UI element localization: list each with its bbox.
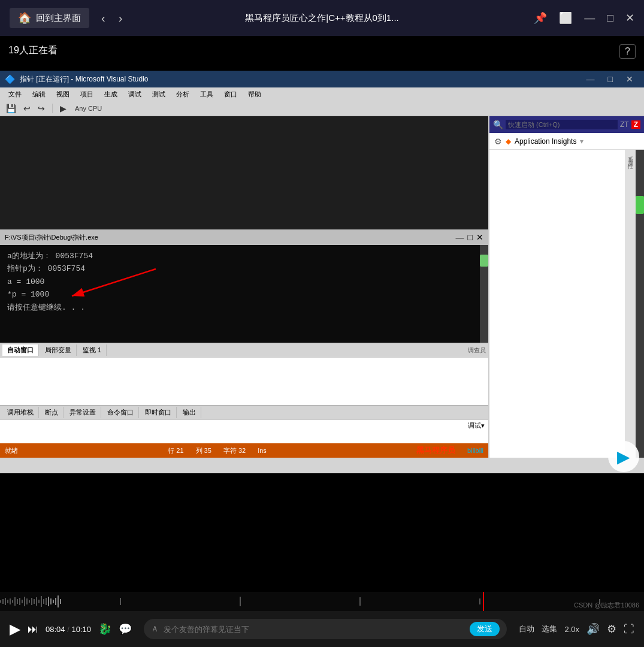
search-icon: 🔍 xyxy=(493,120,503,129)
back-button[interactable]: ‹ xyxy=(96,9,110,28)
red-arrow-indicator xyxy=(54,263,168,311)
selection-label[interactable]: 选集 xyxy=(542,624,557,634)
vs-tb-debug[interactable]: ▶ xyxy=(58,102,69,114)
vs-tb-undo[interactable]: ↩ xyxy=(21,102,33,114)
auto-label[interactable]: 自动 xyxy=(519,624,534,634)
vs-tab-breakpoints[interactable]: 断点 xyxy=(40,407,64,418)
vs-menu-build[interactable]: 生成 xyxy=(99,89,122,100)
console-close-btn[interactable]: ✕ xyxy=(476,232,483,242)
barrage-input-area: Ａ 发送 xyxy=(144,619,507,639)
vs-menu-project[interactable]: 项目 xyxy=(75,89,98,100)
vs-tab-exceptions[interactable]: 异常设置 xyxy=(65,407,101,418)
vs-editor[interactable] xyxy=(0,116,488,229)
minimize-icon[interactable]: — xyxy=(584,12,595,25)
svg-rect-14 xyxy=(29,600,30,603)
insights-chevron[interactable]: ▾ xyxy=(580,137,583,146)
quick-launch-input[interactable] xyxy=(506,120,618,129)
code-line-1: a的地址为： 0053F754 xyxy=(7,250,473,262)
vs-minimize-button[interactable]: — xyxy=(580,73,601,85)
status-col: 列 35 xyxy=(196,446,211,455)
console-area: F:\VS项目\指针\Debug\指针.exe — □ ✕ a的地址为： 005… xyxy=(0,229,488,343)
right-controls: 自动 选集 2.0x 🔊 ⚙ ⛶ xyxy=(519,622,634,636)
vs-tab-callstack[interactable]: 调用堆栈 xyxy=(2,407,39,418)
home-button[interactable]: 🏠 回到主界面 xyxy=(10,8,89,28)
vs-close-button[interactable]: ✕ xyxy=(620,73,639,85)
svg-rect-26 xyxy=(58,595,59,607)
output-label: 调试▾ xyxy=(0,420,488,431)
fullscreen-icon[interactable]: ⛶ xyxy=(624,623,634,636)
svg-rect-23 xyxy=(50,598,52,604)
vs-menu-view[interactable]: 视图 xyxy=(52,89,74,100)
svg-rect-16 xyxy=(34,599,35,604)
svg-rect-27 xyxy=(60,599,61,604)
right-scroll-thumb xyxy=(636,196,644,214)
volume-icon[interactable]: 🔊 xyxy=(586,622,600,636)
maximize-icon[interactable]: □ xyxy=(607,12,613,25)
svg-rect-24 xyxy=(53,600,54,603)
vs-tab-immediate[interactable]: 即时窗口 xyxy=(140,407,177,418)
user-icon[interactable]: ZT xyxy=(620,120,629,129)
svg-rect-17 xyxy=(36,597,37,606)
vs-menu-test[interactable]: 测试 xyxy=(147,89,170,100)
close-icon[interactable]: ✕ xyxy=(625,11,634,25)
vs-tab-auto[interactable]: 自动窗口 xyxy=(2,344,39,356)
svg-rect-21 xyxy=(46,598,47,605)
vs-tab-locals[interactable]: 局部变量 xyxy=(40,344,77,356)
svg-line-1 xyxy=(72,269,156,296)
svg-rect-8 xyxy=(14,597,16,606)
barrage-input[interactable] xyxy=(164,625,465,634)
vs-menu-window[interactable]: 窗口 xyxy=(219,89,242,100)
svg-rect-19 xyxy=(41,596,42,607)
quick-launch-bar: 🔍 ZT Z xyxy=(489,116,644,133)
svg-rect-6 xyxy=(10,598,11,604)
vs-menu-file[interactable]: 文件 xyxy=(4,89,26,100)
vs-maximize-button[interactable]: □ xyxy=(602,73,619,85)
send-barrage-button[interactable]: 发送 xyxy=(470,622,500,636)
vs-bottom-tabs-1: 自动窗口 局部变量 监视 1 调查员 xyxy=(0,343,488,357)
vs-menu-help[interactable]: 帮助 xyxy=(243,89,266,100)
right-scrollbar[interactable] xyxy=(636,150,644,458)
vs-menu-analyze[interactable]: 分析 xyxy=(171,89,194,100)
svg-rect-9 xyxy=(17,599,18,604)
vs-tab-watch[interactable]: 监视 1 xyxy=(78,344,107,356)
waveform-area[interactable]: // Will be generated below xyxy=(0,592,644,611)
current-time: 08:04 / 10:10 xyxy=(46,625,91,634)
vs-tab-command[interactable]: 命令窗口 xyxy=(102,407,139,418)
settings-icon[interactable]: ⚙ xyxy=(494,137,502,146)
vs-window: 🔷 指针 [正在运行] - Microsoft Visual Studio — … xyxy=(0,71,644,473)
speed-label[interactable]: 2.0x xyxy=(564,625,579,634)
console-minimize-btn[interactable]: — xyxy=(456,232,464,242)
vs-tb-redo[interactable]: ↪ xyxy=(35,102,47,114)
vs-menu-tools[interactable]: 工具 xyxy=(195,89,218,100)
svg-rect-5 xyxy=(7,600,8,603)
barrage-settings-icon[interactable]: 🐉 xyxy=(98,624,111,634)
vs-bottom-tabs-2: 调用堆栈 断点 异常设置 命令窗口 即时窗口 输出 xyxy=(0,405,488,419)
vs-tab-output[interactable]: 输出 xyxy=(178,407,201,418)
console-output: a的地址为： 0053F754 指针p为： 0053F754 a = 1000 … xyxy=(0,245,480,343)
play-pause-button[interactable]: ▶ xyxy=(10,622,20,636)
vs-menu-debug[interactable]: 调试 xyxy=(123,89,146,100)
help-button[interactable]: ? xyxy=(619,44,636,59)
next-button[interactable]: ⏭ xyxy=(28,624,38,634)
svg-rect-20 xyxy=(43,599,44,604)
barrage-toggle-icon[interactable]: 💬 xyxy=(119,624,132,634)
console-scrollbar[interactable] xyxy=(480,245,488,343)
vs-title-text: 指针 [正在运行] - Microsoft Visual Studio xyxy=(20,74,580,84)
progress-indicator xyxy=(483,592,484,611)
settings-icon[interactable]: ⚙ xyxy=(607,622,616,636)
vs-toolbar: 💾 ↩ ↪ ▶ Any CPU xyxy=(0,101,644,116)
forward-button[interactable]: › xyxy=(114,9,128,28)
console-path: F:\VS项目\指针\Debug\指针.exe xyxy=(5,233,452,242)
vs-tb-save[interactable]: 💾 xyxy=(4,102,19,114)
vs-window-controls: — □ ✕ xyxy=(580,73,639,85)
pin-icon[interactable]: 📌 xyxy=(534,11,547,25)
console-restore-btn[interactable]: □ xyxy=(468,232,473,242)
svg-rect-22 xyxy=(48,597,49,606)
theater-icon[interactable]: ⬜ xyxy=(559,11,572,25)
vs-status-bar: 就绪 行 21 列 35 字符 32 Ins 黑马程序员 bilibili xyxy=(0,443,488,458)
svg-rect-12 xyxy=(24,597,25,606)
video-area: 19人正在看 ? 🔷 指针 [正在运行] - Microsoft Visual … xyxy=(0,36,644,527)
player-controls: ▶ ⏭ 08:04 / 10:10 🐉 💬 Ａ 发送 自动 选集 2.0x 🔊 … xyxy=(0,611,644,647)
bilibili-tv-icon[interactable]: ▶ xyxy=(608,441,639,472)
vs-menu-edit[interactable]: 编辑 xyxy=(28,89,50,100)
